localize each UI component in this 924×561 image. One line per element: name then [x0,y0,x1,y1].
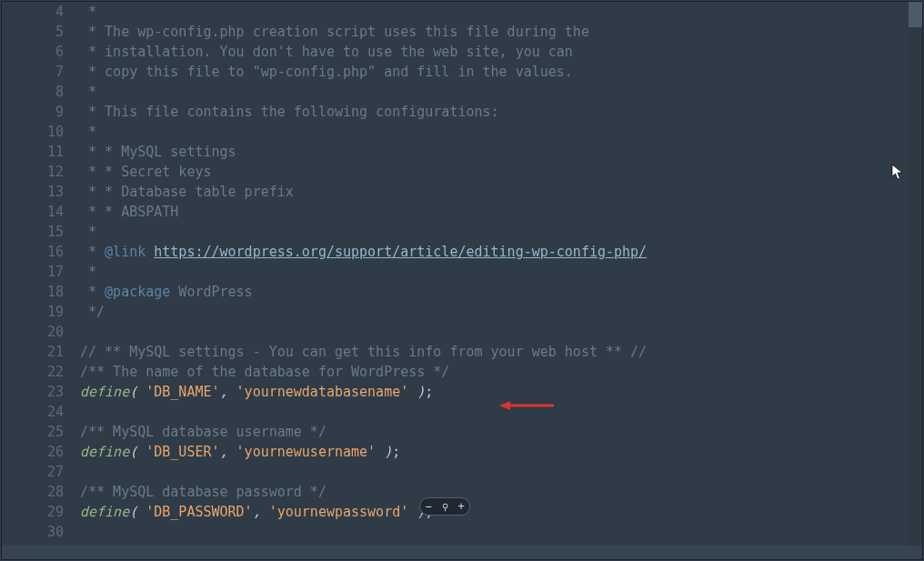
code-line[interactable]: * [80,122,909,142]
code-token: /** MySQL database password */ [80,484,326,500]
vertical-scrollbar-thumb[interactable] [909,2,922,27]
define-keyword: define [80,384,129,400]
code-line[interactable]: * [80,82,909,102]
line-number: 6 [2,42,64,62]
code-line[interactable]: define( 'DB_PASSWORD', 'yournewpassword'… [80,502,909,522]
define-keyword: define [80,444,129,460]
code-token: * [80,84,96,100]
zoom-out-button[interactable]: − [420,498,437,515]
code-token: * * MySQL settings [80,144,236,160]
line-number: 5 [2,22,64,42]
code-line[interactable]: * The wp-config.php creation script uses… [80,22,909,42]
line-number: 11 [2,142,64,162]
paren-close: ) [376,444,392,460]
semicolon: ; [392,444,400,460]
code-line[interactable]: /** MySQL database username */ [80,422,909,442]
line-number: 25 [2,422,64,442]
line-number: 8 [2,82,64,102]
code-token: * * Secret keys [80,164,212,180]
code-line[interactable] [80,402,909,422]
vertical-scrollbar-track[interactable] [909,2,922,559]
define-value: 'yournewusername' [236,444,377,460]
code-line[interactable] [80,522,909,542]
code-line[interactable]: * [80,2,909,22]
line-number: 13 [2,182,64,202]
line-number: 28 [2,482,64,502]
zoom-in-button[interactable]: + [453,498,469,515]
comma: , [220,444,236,460]
line-number: 9 [2,102,64,122]
line-number: 30 [2,522,64,542]
code-line[interactable]: * installation. You don't have to use th… [80,42,909,62]
paren-open: ( [129,384,146,400]
code-token: WordPress [170,284,252,300]
line-number-gutter: 4567891011121314151617181920212223242526… [2,2,64,542]
semicolon: ; [425,384,433,400]
comma: , [253,504,269,520]
code-line[interactable] [80,322,909,342]
code-line[interactable]: // ** MySQL settings - You can get this … [80,342,909,362]
code-token: * installation. You don't have to use th… [80,44,573,60]
bottom-bar [2,546,922,559]
code-token: @link [105,244,146,260]
paren-close: ) [408,384,425,400]
code-line[interactable]: * [80,262,909,282]
code-token: /** The name of the database for WordPre… [80,364,449,380]
line-number: 23 [2,382,64,402]
line-number: 4 [2,2,64,22]
line-number: 12 [2,162,64,182]
magnifier-icon[interactable]: ⚲ [437,498,453,515]
code-token: * * ABSPATH [80,204,178,220]
define-keyword: define [80,504,129,520]
code-line[interactable]: /** The name of the database for WordPre… [80,362,909,382]
code-editor[interactable]: 4567891011121314151617181920212223242526… [2,2,909,559]
line-number: 20 [2,322,64,342]
define-key: 'DB_PASSWORD' [146,504,252,520]
paren-open: ( [129,504,146,520]
code-token: // ** MySQL settings - You can get this … [80,344,647,360]
line-number: 22 [2,362,64,382]
code-token: * [80,124,96,140]
doc-link[interactable]: https://wordpress.org/support/article/ed… [154,244,647,260]
code-line[interactable]: * * Database table prefix [80,182,909,202]
paren-open: ( [129,444,146,460]
editor-frame: 4567891011121314151617181920212223242526… [2,2,922,559]
zoom-control[interactable]: − ⚲ + [419,497,470,516]
line-number: 16 [2,242,64,262]
code-line[interactable]: * @package WordPress [80,282,909,302]
comma: , [220,384,236,400]
code-token: * * Database table prefix [80,184,294,200]
code-line[interactable]: define( 'DB_NAME', 'yournewdatabasename'… [80,382,909,402]
line-number: 7 [2,62,64,82]
code-line[interactable]: * * MySQL settings [80,142,909,162]
code-line[interactable]: define( 'DB_USER', 'yournewusername' ); [80,442,909,462]
line-number: 21 [2,342,64,362]
line-number: 29 [2,502,64,522]
code-token: * [80,224,96,240]
line-number: 10 [2,122,64,142]
code-token: * [80,244,105,260]
line-number: 19 [2,302,64,322]
code-line[interactable]: /** MySQL database password */ [80,482,909,502]
code-line[interactable]: * copy this file to "wp-config.php" and … [80,62,909,82]
code-line[interactable]: * * Secret keys [80,162,909,182]
code-token: * The wp-config.php creation script uses… [80,24,589,40]
code-line[interactable]: */ [80,302,909,322]
code-line[interactable]: * [80,222,909,242]
code-token: */ [80,304,105,320]
code-line[interactable]: * This file contains the following confi… [80,102,909,122]
line-number: 15 [2,222,64,242]
code-line[interactable]: * @link https://wordpress.org/support/ar… [80,242,909,262]
code-token [146,244,154,260]
line-number: 24 [2,402,64,422]
line-number: 26 [2,442,64,462]
code-token: * [80,264,96,280]
define-key: 'DB_NAME' [146,384,219,400]
code-line[interactable]: * * ABSPATH [80,202,909,222]
code-token: * [80,284,105,300]
define-key: 'DB_USER' [146,444,219,460]
code-token: * copy this file to "wp-config.php" and … [80,64,573,80]
code-area[interactable]: * * The wp-config.php creation script us… [80,2,909,542]
code-line[interactable] [80,462,909,482]
line-number: 17 [2,262,64,282]
